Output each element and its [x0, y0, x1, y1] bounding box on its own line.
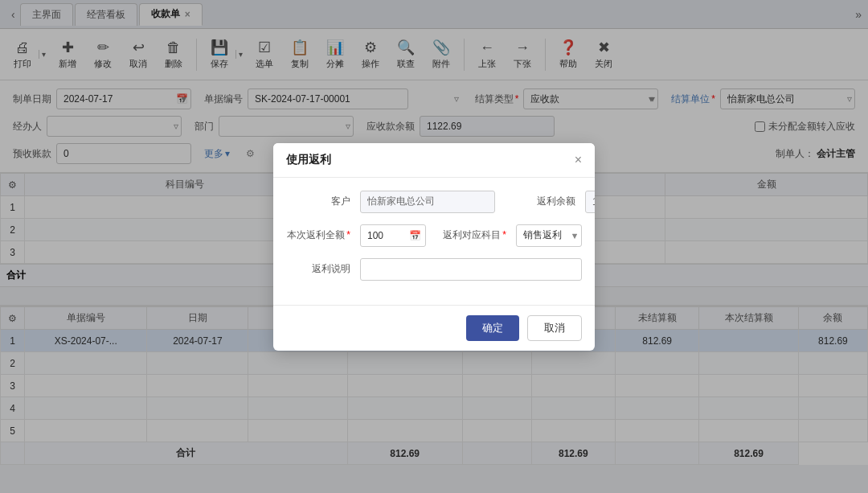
- rebate-balance-input: [585, 191, 595, 213]
- rebate-modal: 使用返利 × 客户 返利余额 本次返利全额 📅 返利对应科目: [273, 143, 595, 351]
- confirm-button[interactable]: 确定: [466, 315, 519, 341]
- current-rebate-field: 📅: [360, 224, 426, 247]
- modal-row-2: 本次返利全额 📅 返利对应科目 ▿: [286, 224, 582, 247]
- modal-body: 客户 返利余额 本次返利全额 📅 返利对应科目 ▿ 返利说: [273, 178, 595, 305]
- rebate-desc-input[interactable]: [360, 258, 582, 281]
- rebate-subject-select-wrap: ▿: [516, 224, 582, 247]
- modal-title: 使用返利: [286, 153, 331, 167]
- current-rebate-label: 本次返利全额: [286, 228, 350, 242]
- calendar-icon-modal[interactable]: 📅: [409, 230, 421, 241]
- customer-input: [360, 191, 495, 213]
- rebate-subject-label: 返利对应科目: [442, 228, 506, 242]
- modal-row-3: 返利说明: [286, 258, 582, 281]
- modal-header: 使用返利 ×: [273, 143, 595, 178]
- rebate-subject-input[interactable]: [516, 224, 582, 247]
- rebate-balance-label: 返利余额: [511, 195, 575, 208]
- modal-close-button[interactable]: ×: [575, 153, 582, 167]
- modal-row-1: 客户 返利余额: [286, 191, 582, 213]
- modal-cancel-button[interactable]: 取消: [527, 315, 582, 341]
- modal-footer: 确定 取消: [273, 305, 595, 351]
- modal-overlay: 使用返利 × 客户 返利余额 本次返利全额 📅 返利对应科目: [0, 0, 868, 493]
- customer-label: 客户: [286, 195, 350, 208]
- rebate-desc-label: 返利说明: [286, 262, 350, 276]
